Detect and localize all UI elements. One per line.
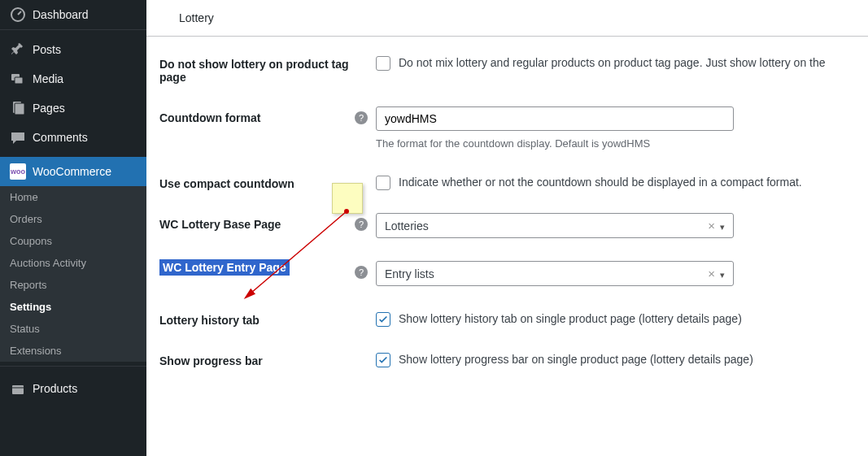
svg-rect-5 [12, 385, 24, 394]
sidebar-label: Products [33, 382, 77, 395]
help-icon[interactable]: ? [355, 218, 368, 231]
input-countdown-format[interactable] [376, 106, 734, 131]
pin-icon [10, 41, 26, 58]
submenu-settings[interactable]: Settings [0, 296, 146, 318]
desc-noshow-tag: Do not mix lottery and regular products … [399, 53, 826, 69]
sidebar-item-comments[interactable]: Comments [0, 123, 146, 152]
row-base-page: WC Lottery Base Page ? Lotteries ×▾ [159, 213, 868, 238]
sidebar-label: Dashboard [33, 8, 89, 21]
woocommerce-icon: woo [10, 163, 26, 180]
submenu-extensions[interactable]: Extensions [0, 340, 146, 362]
label-progress: Show progress bar [159, 350, 355, 367]
help-icon[interactable]: ? [355, 266, 368, 279]
label-base-page: WC Lottery Base Page [159, 213, 355, 231]
page-icon [10, 100, 26, 116]
sidebar-label: WooCommerce [33, 165, 111, 178]
submenu-status[interactable]: Status [0, 318, 146, 340]
sidebar-item-posts[interactable]: Posts [0, 35, 146, 64]
row-history: Lottery history tab Show lottery history… [159, 309, 868, 327]
sidebar-item-dashboard[interactable]: Dashboard [0, 0, 146, 30]
media-icon [10, 71, 26, 87]
svg-rect-4 [15, 103, 24, 115]
label-compact: Use compact countdown [159, 172, 355, 190]
checkbox-history[interactable] [376, 312, 390, 327]
help-icon[interactable]: ? [355, 111, 368, 124]
chevron-down-icon: ▾ [720, 270, 725, 280]
desc-progress: Show lottery progress bar on single prod… [399, 350, 753, 366]
sidebar-item-products[interactable]: Products [0, 374, 146, 403]
checkbox-noshow-tag[interactable] [376, 56, 390, 71]
submenu-reports[interactable]: Reports [0, 274, 146, 296]
select-base-page[interactable]: Lotteries ×▾ [376, 213, 734, 238]
admin-sidebar: Dashboard Posts Media Pages Comments woo… [0, 0, 146, 456]
sidebar-label: Media [33, 72, 63, 85]
row-compact: Use compact countdown Indicate whether o… [159, 172, 868, 190]
label-entry-page: WC Lottery Entry Page [159, 259, 290, 276]
chevron-down-icon: ▾ [720, 222, 725, 232]
tab-lottery[interactable]: Lottery [146, 0, 868, 37]
label-history: Lottery history tab [159, 309, 355, 327]
annotation-sticky-note [332, 183, 363, 214]
desc-compact: Indicate whether or not the countdown sh… [399, 172, 802, 189]
clear-icon[interactable]: × [708, 267, 715, 280]
row-noshow-tag: Do not show lottery on product tag page … [159, 53, 868, 84]
sidebar-item-pages[interactable]: Pages [0, 93, 146, 123]
submenu-orders[interactable]: Orders [0, 208, 146, 230]
select-entry-page[interactable]: Entry lists ×▾ [376, 261, 734, 286]
sidebar-label: Comments [33, 131, 88, 144]
comment-icon [10, 129, 26, 145]
row-entry-page: WC Lottery Entry Page ? Entry lists ×▾ [159, 261, 868, 286]
desc-history: Show lottery history tab on single produ… [399, 309, 742, 325]
submenu-home[interactable]: Home [0, 186, 146, 208]
settings-content: Lottery Do not show lottery on product t… [146, 0, 868, 456]
checkbox-compact[interactable] [376, 176, 390, 190]
svg-rect-2 [15, 77, 23, 84]
submenu-auctions[interactable]: Auctions Activity [0, 252, 146, 274]
dashboard-icon [10, 7, 26, 23]
clear-icon[interactable]: × [708, 219, 715, 232]
sidebar-item-media[interactable]: Media [0, 64, 146, 93]
checkbox-progress[interactable] [376, 353, 390, 367]
sidebar-label: Posts [33, 43, 61, 56]
label-countdown-format: Countdown format [159, 106, 355, 124]
select-value: Entry lists [385, 267, 708, 280]
submenu-coupons[interactable]: Coupons [0, 230, 146, 252]
row-progress: Show progress bar Show lottery progress … [159, 350, 868, 367]
sidebar-label: Pages [33, 102, 65, 115]
woocommerce-submenu: Home Orders Coupons Auctions Activity Re… [0, 186, 146, 362]
row-countdown-format: Countdown format ? The format for the co… [159, 106, 868, 150]
sidebar-item-woocommerce[interactable]: woo WooCommerce [0, 157, 146, 186]
label-noshow-tag: Do not show lottery on product tag page [159, 53, 355, 84]
select-value: Lotteries [385, 219, 708, 232]
subdesc-countdown-format: The format for the countdown display. De… [376, 137, 734, 150]
products-icon [10, 380, 26, 397]
